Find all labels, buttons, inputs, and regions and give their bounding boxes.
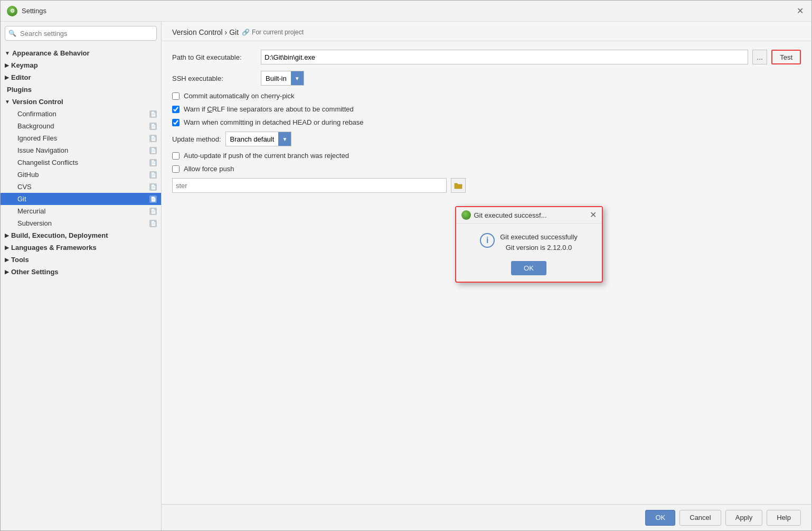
arrow-icon: ▼ xyxy=(5,50,10,56)
success-dialog: Git executed successf... ✕ i Git execute… xyxy=(455,206,603,283)
cherry-pick-label: Commit automatically on cherry-pick xyxy=(184,92,295,100)
window-title: Settings xyxy=(22,7,795,15)
sidebar-item-version-control[interactable]: ▼ Version Control xyxy=(1,96,161,108)
sidebar-item-label: Build, Execution, Deployment xyxy=(11,231,108,239)
dialog-close-button[interactable]: ✕ xyxy=(590,211,597,219)
sidebar-item-label: Background xyxy=(17,122,54,130)
detached-checkbox[interactable] xyxy=(172,119,180,126)
detached-label: Warn when committing in detached HEAD or… xyxy=(184,118,364,126)
sidebar-item-label: Tools xyxy=(11,256,29,264)
page-icon: 📄 xyxy=(149,147,157,154)
page-icon: 📄 xyxy=(149,183,157,191)
page-icon: 📄 xyxy=(149,220,157,227)
for-current-project: 🔗 For current project xyxy=(242,29,304,36)
footer: OK Cancel Apply Help xyxy=(162,504,811,530)
content-area: 🔍 ▼ Appearance & Behavior ▶ Keymap ▶ Edi… xyxy=(1,22,811,530)
sidebar-item-label: Languages & Frameworks xyxy=(11,244,97,251)
titlebar: ⚙ Settings ✕ xyxy=(1,1,811,22)
dialog-message: Git executed successfully Git version is… xyxy=(500,232,578,253)
sidebar-item-appearance[interactable]: ▼ Appearance & Behavior xyxy=(1,47,161,59)
arrow-icon: ▶ xyxy=(5,269,9,275)
sidebar-item-label: Keymap xyxy=(11,61,38,69)
sidebar-item-background[interactable]: Background 📄 xyxy=(1,120,161,132)
dialog-titlebar: Git executed successf... ✕ xyxy=(456,207,602,223)
git-path-input[interactable] xyxy=(261,50,748,64)
protected-branches-button[interactable] xyxy=(451,178,466,193)
sidebar-item-mercurial[interactable]: Mercurial 📄 xyxy=(1,205,161,217)
arrow-icon: ▶ xyxy=(5,62,9,68)
update-method-row: Update method: Branch default ▼ xyxy=(172,132,801,146)
force-push-checkbox[interactable] xyxy=(172,165,180,173)
page-icon: 📄 xyxy=(149,208,157,215)
dialog-info-row: i Git executed successfully Git version … xyxy=(480,232,578,253)
cherry-pick-checkbox[interactable] xyxy=(172,92,180,100)
detached-row: Warn when committing in detached HEAD or… xyxy=(172,118,801,126)
ssh-select[interactable]: Built-in ▼ xyxy=(261,71,304,86)
sidebar-item-tools[interactable]: ▶ Tools xyxy=(1,254,161,266)
folder-icon xyxy=(454,182,462,189)
page-icon: 📄 xyxy=(149,135,157,142)
close-button[interactable]: ✕ xyxy=(795,6,805,16)
sidebar-item-cvs[interactable]: CVS 📄 xyxy=(1,181,161,193)
sidebar-item-build[interactable]: ▶ Build, Execution, Deployment xyxy=(1,229,161,241)
sidebar-item-other[interactable]: ▶ Other Settings xyxy=(1,266,161,278)
sidebar-item-label: Mercurial xyxy=(17,207,45,215)
browse-button[interactable]: ... xyxy=(752,50,767,64)
crlf-label: Warn if CRLF line separators are about t… xyxy=(184,105,354,113)
sidebar-item-label: Other Settings xyxy=(11,268,59,276)
sidebar-item-label: Appearance & Behavior xyxy=(12,49,90,57)
dialog-body: i Git executed successfully Git version … xyxy=(456,223,602,282)
auto-update-label: Auto-update if push of the current branc… xyxy=(184,152,349,160)
sidebar-item-label: Plugins xyxy=(7,86,32,94)
dialog-ok-button[interactable]: OK xyxy=(511,261,546,275)
update-method-label: Update method: xyxy=(172,135,221,143)
sidebar-item-subversion[interactable]: Subversion 📄 xyxy=(1,217,161,229)
cancel-button[interactable]: Cancel xyxy=(679,510,721,526)
page-icon: 📄 xyxy=(149,110,157,118)
sidebar-item-languages[interactable]: ▶ Languages & Frameworks xyxy=(1,241,161,254)
sidebar-item-label: Editor xyxy=(11,73,31,81)
sidebar-item-label: Changelist Conflicts xyxy=(17,159,78,166)
ok-button[interactable]: OK xyxy=(645,510,675,526)
app-icon: ⚙ xyxy=(7,6,17,16)
sidebar-item-plugins[interactable]: Plugins xyxy=(1,83,161,96)
update-method-value: Branch default xyxy=(226,135,279,143)
protected-branches-input[interactable] xyxy=(172,178,447,193)
sidebar-item-confirmation[interactable]: Confirmation 📄 xyxy=(1,108,161,120)
search-input[interactable] xyxy=(5,26,157,41)
breadcrumb: Version Control › Git xyxy=(172,28,239,36)
page-icon: 📄 xyxy=(149,159,157,166)
info-icon: i xyxy=(480,233,495,248)
panel-header-title: Version Control › Git 🔗 For current proj… xyxy=(172,28,801,36)
git-path-label: Path to Git executable: xyxy=(172,53,257,61)
sidebar: 🔍 ▼ Appearance & Behavior ▶ Keymap ▶ Edi… xyxy=(1,22,162,530)
sidebar-item-git[interactable]: Git 📄 xyxy=(1,193,161,205)
protected-branches-row xyxy=(172,178,801,193)
crlf-checkbox[interactable] xyxy=(172,106,180,113)
page-icon: 📄 xyxy=(149,123,157,130)
sidebar-item-label: Subversion xyxy=(17,219,52,227)
sidebar-item-ignored-files[interactable]: Ignored Files 📄 xyxy=(1,132,161,144)
crlf-row: Warn if CRLF line separators are about t… xyxy=(172,105,801,113)
sidebar-item-label: Issue Navigation xyxy=(17,146,68,154)
test-button[interactable]: Test xyxy=(771,50,801,64)
sidebar-item-changelist-conflicts[interactable]: Changelist Conflicts 📄 xyxy=(1,156,161,169)
page-icon: 📄 xyxy=(149,195,157,203)
settings-window: ⚙ Settings ✕ 🔍 ▼ Appearance & Behavior ▶… xyxy=(0,0,812,531)
sidebar-item-issue-navigation[interactable]: Issue Navigation 📄 xyxy=(1,144,161,156)
search-icon: 🔍 xyxy=(8,30,16,37)
apply-button[interactable]: Apply xyxy=(725,510,763,526)
update-method-dropdown-arrow[interactable]: ▼ xyxy=(278,132,291,146)
dialog-app-icon xyxy=(461,210,471,220)
sidebar-item-keymap[interactable]: ▶ Keymap xyxy=(1,59,161,71)
page-icon: 📄 xyxy=(149,171,157,179)
help-button[interactable]: Help xyxy=(767,510,801,526)
ssh-dropdown-arrow[interactable]: ▼ xyxy=(291,71,304,85)
update-method-select[interactable]: Branch default ▼ xyxy=(225,132,292,146)
auto-update-checkbox[interactable] xyxy=(172,152,180,160)
arrow-icon: ▶ xyxy=(5,74,9,80)
dialog-title: Git executed successf... xyxy=(474,211,590,219)
sidebar-item-editor[interactable]: ▶ Editor xyxy=(1,71,161,83)
sidebar-item-github[interactable]: GitHub 📄 xyxy=(1,169,161,181)
project-icon: 🔗 xyxy=(242,29,250,36)
